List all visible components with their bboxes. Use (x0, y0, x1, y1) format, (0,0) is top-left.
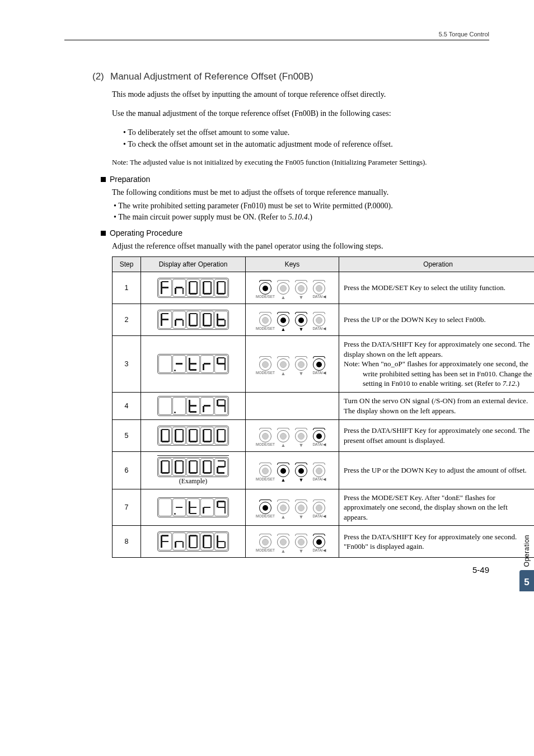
seg-digit (214, 311, 228, 329)
display-cell (141, 335, 246, 392)
up-key: ▲ (276, 500, 291, 520)
mode-key: MODE/SET (258, 356, 273, 375)
seven-seg-display (157, 310, 229, 330)
seg-digit (158, 498, 172, 516)
seven-seg-display (157, 457, 229, 477)
page-number: 5-49 (472, 565, 489, 575)
seg-digit (172, 311, 186, 329)
seg-digit (158, 427, 172, 445)
prep-heading: Preparation (101, 175, 489, 184)
seg-digit (186, 498, 200, 516)
intro-bullets: • To deliberately set the offset amount … (123, 127, 489, 150)
prep-lead: The following conditions must be met to … (112, 187, 489, 198)
page: 5.5 Torque Control (2)Manual Adjustment … (0, 0, 534, 591)
data-key: DATA/◀ (312, 534, 326, 553)
seven-seg-display (157, 426, 229, 446)
seven-seg-display (157, 354, 229, 374)
bullet-2: • To check the offset amount set in the … (123, 138, 489, 150)
square-bullet-icon (101, 231, 106, 236)
prep-items: • The write prohibited setting parameter… (114, 200, 489, 223)
seg-digit (214, 397, 228, 415)
table-row: 2MODE/SET▲▼DATA/◀Press the UP or the DOW… (113, 304, 535, 335)
keypad: MODE/SET▲▼DATA/◀ (258, 428, 326, 448)
display-cell (141, 304, 246, 335)
operation-cell: Press the MODE/SET Key to select the uti… (339, 272, 535, 304)
keys-cell: MODE/SET▲▼DATA/◀ (246, 489, 339, 526)
down-key: ▼ (294, 428, 308, 448)
proc-title: Operating Procedure (110, 228, 182, 237)
proc-heading: Operating Procedure (101, 228, 489, 237)
operation-cell: Press the UP or the DOWN Key to select F… (339, 304, 535, 335)
data-key: DATA/◀ (312, 312, 326, 331)
data-key: DATA/◀ (312, 463, 326, 482)
seg-digit (186, 355, 200, 373)
display-cell (141, 419, 246, 451)
up-key: ▲ (276, 280, 291, 300)
steps-table: Step Display after Operation Keys Operat… (112, 256, 534, 558)
seg-digit (200, 458, 214, 476)
keypad: MODE/SET▲▼DATA/◀ (258, 280, 326, 300)
down-key: ▼ (294, 534, 308, 554)
col-operation: Operation (339, 256, 535, 272)
keys-cell: MODE/SET▲▼DATA/◀ (246, 526, 339, 558)
seg-digit (186, 397, 200, 415)
seg-digit (200, 397, 214, 415)
heading-2: (2)Manual Adjustment of Reference Offset… (92, 71, 489, 82)
mode-key: MODE/SET (258, 463, 273, 482)
seg-digit (186, 458, 200, 476)
keypad: MODE/SET▲▼DATA/◀ (258, 356, 326, 376)
table-row: 5MODE/SET▲▼DATA/◀Press the DATA/SHIFT Ke… (113, 419, 535, 451)
seg-digit (200, 355, 214, 373)
seg-digit (214, 533, 228, 550)
header-section: 5.5 Torque Control (64, 31, 489, 38)
step-number: 2 (113, 304, 141, 335)
example-label: (Example) (157, 477, 229, 486)
up-key: ▲ (276, 312, 291, 332)
intro-p1: This mode adjusts the offset by inputtin… (112, 89, 489, 100)
up-key: ▲ (276, 356, 291, 376)
keys-cell (246, 392, 339, 419)
seg-digit (214, 427, 228, 445)
mode-key: MODE/SET (258, 312, 273, 331)
table-row: 8MODE/SET▲▼DATA/◀Press the DATA/SHIFT Ke… (113, 526, 535, 558)
step-number: 3 (113, 335, 141, 392)
seg-digit (158, 279, 172, 297)
down-key: ▼ (294, 356, 308, 376)
table-row: 6(Example)MODE/SET▲▼DATA/◀Press the UP o… (113, 451, 535, 489)
keys-cell: MODE/SET▲▼DATA/◀ (246, 335, 339, 392)
seg-digit (172, 279, 186, 297)
table-row: 3MODE/SET▲▼DATA/◀Press the DATA/SHIFT Ke… (113, 335, 535, 392)
up-key: ▲ (276, 428, 291, 448)
seg-digit (172, 533, 186, 550)
seg-digit (186, 279, 200, 297)
seg-digit (214, 458, 228, 476)
up-key: ▲ (276, 534, 291, 554)
seven-seg-display (157, 278, 229, 298)
seg-digit (158, 458, 172, 476)
table-row: 7MODE/SET▲▼DATA/◀Press the MODE/SET Key.… (113, 489, 535, 526)
seg-digit (200, 427, 214, 445)
operation-cell: Turn ON the servo ON signal (/S-ON) from… (339, 392, 535, 419)
step-number: 4 (113, 392, 141, 419)
operation-cell: Press the DATA/SHIFT Key for approximate… (339, 526, 535, 558)
prep-item-2: • The main circuit power supply must be … (114, 212, 489, 223)
keypad: MODE/SET▲▼DATA/◀ (258, 534, 326, 554)
data-key: DATA/◀ (312, 356, 326, 375)
down-key: ▼ (294, 312, 308, 332)
mode-key: MODE/SET (258, 428, 273, 447)
step-number: 8 (113, 526, 141, 558)
seg-digit (158, 311, 172, 329)
seg-digit (200, 498, 214, 516)
display-cell (141, 489, 246, 526)
seg-digit (158, 533, 172, 550)
side-tab-label: Operation (523, 535, 531, 567)
mode-key: MODE/SET (258, 500, 273, 519)
mode-key: MODE/SET (258, 280, 273, 299)
step-number: 6 (113, 451, 141, 489)
table-row: 4Turn ON the servo ON signal (/S-ON) fro… (113, 392, 535, 419)
seven-seg-display (157, 531, 229, 552)
seg-digit (200, 279, 214, 297)
side-tab-number: 5 (519, 570, 534, 591)
seg-digit (214, 279, 228, 297)
seg-digit (186, 427, 200, 445)
